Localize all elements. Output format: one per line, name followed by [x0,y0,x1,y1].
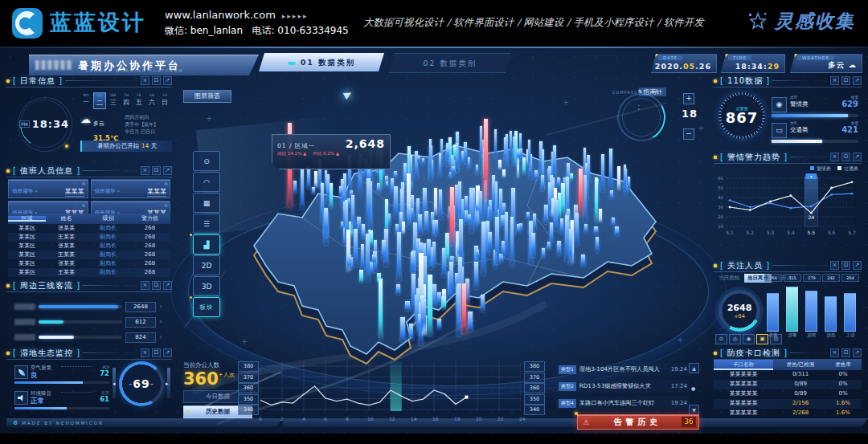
grid-icon[interactable]: ▦ [193,193,220,213]
weekday[interactable]: SU日 [159,92,170,109]
weekday[interactable]: WE三 [108,92,119,109]
tool-icon[interactable]: ◉ [743,334,755,344]
focus-bar-chart: 264在逃311涉毒279涉黑242涉恐264上访 [764,274,860,344]
alert-tag: 类型1 [559,365,576,374]
scroll-up-icon[interactable]: ▲ [689,363,699,373]
table-row[interactable]: 某某某某某0/3110% [714,370,862,380]
table-row[interactable]: 某某区张某某副局长268 [8,242,170,251]
corner-accent [714,264,717,267]
table-row[interactable]: 某某区王某某副局长268 [8,268,170,277]
table-row[interactable]: 某某区王某某副局长268 [8,233,170,242]
air-value: 72 [100,369,109,377]
duty-card[interactable]: 值班领导»···⊗某某某 [8,179,88,198]
window-icon[interactable]: ⊡ [841,261,850,270]
expand-icon[interactable]: ↗ [163,281,172,290]
zoom-in-button[interactable]: + [683,93,694,104]
bar[interactable] [844,293,856,332]
chart-icon[interactable]: ▟ [193,234,220,255]
window-icon[interactable]: ⊡ [841,76,850,85]
expand-icon[interactable]: ↗ [853,261,862,270]
table-row[interactable]: 某某区张某某副局长268 [8,224,170,233]
bar[interactable] [825,296,837,332]
svg-text:5.3: 5.3 [767,230,775,235]
gauge-value: 867 [726,111,759,125]
table-row[interactable]: 某某某某某0/890% [714,380,862,389]
close-icon[interactable]: ⊗ [81,181,85,186]
alert-item[interactable]: 类型2RD13-53烟感报警疑似火灾17:24 [556,380,690,393]
duty-card[interactable]: 值班领导»···⊗某某某 [91,179,171,198]
zoom-out-button[interactable]: − [683,128,694,140]
weather-plate: WEATHER 多云 ☁ [790,54,862,73]
svg-text:40: 40 [718,195,723,200]
window-icon[interactable]: ⊡ [152,348,161,357]
expand-icon[interactable]: ↗ [163,166,172,175]
3d-icon[interactable]: 3D [193,276,220,296]
expand-icon[interactable]: ↗ [853,348,862,357]
bar[interactable] [786,287,798,332]
alert-item[interactable]: 类型1湿地3-104片区有不明人员闯入19:24 [556,363,690,376]
gauge-left-arrow[interactable]: ◂ [113,381,116,387]
table-row[interactable]: 某某区张某某副局长268 [8,259,170,268]
radar-icon[interactable]: ◠ [193,172,220,192]
weather-summary: ☁ 多云 31.5℃ 闰四月初四庚子年【鼠年】辛巳月 己巳日 [80,113,170,144]
legend-item: 警情类 [810,165,831,173]
bar[interactable] [805,291,817,332]
bar[interactable] [767,293,779,332]
scroll-dot-icon: ● [689,384,698,393]
tool-icon[interactable]: ◎ [729,334,741,344]
window-icon[interactable]: ⊡ [841,348,850,357]
expand-icon[interactable]: ↗ [853,153,862,161]
list-icon[interactable]: ☰ [193,214,220,234]
y-tick: 370 [524,373,545,383]
close-icon[interactable]: ⊗ [164,181,168,186]
weekday[interactable]: TH四 [121,92,132,109]
close-icon[interactable]: × [141,348,149,357]
window-icon[interactable]: ⊡ [152,76,161,85]
tab-data-category-1[interactable]: 01 数据类别 [259,53,384,71]
table-header: 卡口名称发热/已检测发热率 [714,360,862,370]
close-icon[interactable]: ⊗ [164,202,168,208]
blocks-icon[interactable]: 板块 [193,297,220,317]
close-icon[interactable]: × [830,261,839,270]
cctv-icon[interactable]: ⊙ [193,151,220,171]
window-icon[interactable]: ⊡ [152,166,161,175]
close-icon[interactable]: × [830,153,839,161]
2d-icon[interactable]: 2D [193,255,220,275]
window-icon[interactable]: ⊡ [152,281,161,290]
weekday[interactable]: TU二 [93,92,106,109]
history-label: 告警历史 [594,417,682,428]
panel-title: 110数据 [720,75,770,87]
alert-history-button[interactable]: ⚠ 告警历史 36 [577,414,699,430]
weekday[interactable]: SA六 [146,92,158,109]
expand-icon[interactable]: ↗ [163,76,172,85]
close-icon[interactable]: × [141,281,149,290]
table-row[interactable]: 某某某某某0/890% [714,389,862,399]
table-row[interactable]: 某某区王某某副局长268 [8,251,170,259]
website-link[interactable]: www.lanlanwork.com [165,9,276,21]
top-divider [0,47,868,48]
tab-data-category-2[interactable]: 02 数据类别 [389,53,511,73]
focus-tab[interactable]: 当日抓拍 [715,274,743,283]
y-axis-right: 380370360350340 [524,361,543,414]
tool-icon[interactable]: ⊙ [715,334,727,344]
close-icon[interactable]: ⊗ [81,202,85,208]
gauge-right-arrow[interactable]: ▸ [166,381,169,387]
weekday[interactable]: MO一 [80,92,92,109]
table-row[interactable]: 某某某某某2/1561.6% [714,399,862,409]
window-icon[interactable]: ⊡ [841,153,850,161]
table-row[interactable]: 某某某某某2/2681.6% [714,409,862,418]
alert-item[interactable]: 类型4某路口有小汽车连闯三个红灯19:24 [556,397,690,409]
expand-icon[interactable]: ↗ [163,348,172,357]
close-icon[interactable]: × [141,166,149,175]
expand-icon[interactable]: ↗ [853,76,862,85]
panel-daily-info: 日常信息 ······ × ⊡ ↗ PM 18:34 MO一TU二WE三TH四F… [6,75,172,161]
close-icon[interactable]: × [830,76,839,85]
chevron-icon: » [117,188,121,193]
bar-label: 在逃 [764,332,783,338]
close-icon[interactable]: × [830,348,839,357]
x-tick: 6 [324,416,327,422]
bar-value: 242 [822,274,840,282]
weekday[interactable]: FR五 [133,92,145,109]
inspiration-collect[interactable]: 灵感收集 [747,9,855,34]
close-icon[interactable]: × [141,76,149,85]
